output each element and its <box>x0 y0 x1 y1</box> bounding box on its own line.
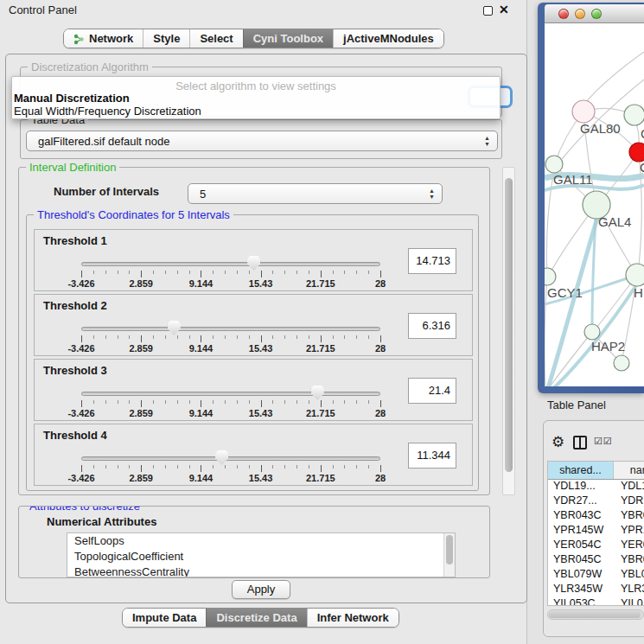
axis-label: 21.715 <box>306 278 335 289</box>
network-node-c[interactable] <box>629 143 644 162</box>
zoom-light[interactable] <box>591 9 602 19</box>
axis-label: -3.426 <box>67 408 94 418</box>
tick-mark <box>93 400 94 404</box>
network-canvas[interactable]: GAL80GALCGAL11GAL4GCY1HHAP2 <box>545 23 644 386</box>
algorithm-option-equal-width-frequency-discretization[interactable]: Equal Width/Frequency Discretization <box>14 105 201 118</box>
table-row[interactable]: YBL079WYBL0 <box>548 568 644 583</box>
network-node-gal11[interactable] <box>545 156 563 173</box>
threshold-slider[interactable]: -3.4262.8599.14415.4321.71528 <box>73 449 389 485</box>
table-horizontal-scrollbar[interactable] <box>547 609 644 620</box>
tick-mark <box>356 271 357 274</box>
threshold-value-field[interactable]: 21.4 <box>408 378 456 404</box>
threshold-slider[interactable]: -3.4262.8599.14415.4321.71528 <box>73 254 389 290</box>
table-rows: YDL19...YDL1YDR27...YDR2YBR043CYBR0YPR14… <box>548 480 644 606</box>
slider-track[interactable] <box>81 456 380 461</box>
attributes-list-scrollbar[interactable] <box>443 533 455 577</box>
mode-tab-infer-network[interactable]: Infer Network <box>307 609 399 627</box>
network-node[interactable] <box>614 355 629 371</box>
threshold-coordinates-label: Threshold's Coordinates for 5 Intervals <box>34 208 233 221</box>
panel-vertical-scrollbar[interactable] <box>502 167 515 495</box>
tick-mark <box>189 335 190 339</box>
split-view-icon[interactable] <box>573 436 587 450</box>
tab-cyni-toolbox[interactable]: Cyni Toolbox <box>243 29 333 48</box>
network-node-h[interactable] <box>626 264 644 286</box>
tick-mark <box>344 271 345 274</box>
table-row[interactable]: YIL053CYIL0 <box>548 597 644 606</box>
tick-mark <box>93 465 94 469</box>
column-header-shared[interactable]: shared... <box>548 462 614 479</box>
table-row[interactable]: YDL19...YDL1 <box>548 480 644 494</box>
tick-mark <box>165 335 166 339</box>
threshold-slider[interactable]: -3.4262.8599.14415.4321.71528 <box>73 384 389 420</box>
table-cell: YDL19... <box>548 480 614 494</box>
tick-mark <box>225 400 226 404</box>
network-node-hap2[interactable] <box>584 324 600 340</box>
table-cell: YBR043C <box>548 509 614 524</box>
threshold-value-field[interactable]: 14.713 <box>408 248 456 274</box>
table-row[interactable]: YLR345WYLR3 <box>548 583 644 597</box>
table-data-combobox[interactable]: galFiltered.sif default node ▲▼ <box>26 131 498 151</box>
node-attribute-table[interactable]: shared...name YDL19...YDL1YDR27...YDR2YB… <box>547 461 644 606</box>
attribute-item-betweennesscentrality[interactable]: BetweennessCentrality <box>67 564 455 577</box>
attribute-items: SelfLoopsTopologicalCoefficientBetweenne… <box>67 533 455 577</box>
scrollbar-thumb[interactable] <box>505 178 513 472</box>
table-row[interactable]: YBR045CYBR0 <box>548 553 644 568</box>
attribute-item-topologicalcoefficient[interactable]: TopologicalCoefficient <box>67 549 455 564</box>
tick-mark <box>213 400 214 404</box>
tab-jactivemnodules[interactable]: jActiveMNodules <box>333 29 443 48</box>
slider-thumb[interactable] <box>215 450 228 465</box>
scrollbar-thumb[interactable] <box>549 611 641 618</box>
table-row[interactable]: YBR043CYBR0 <box>548 509 644 524</box>
table-row[interactable]: YER054CYER0 <box>548 539 644 553</box>
table-panel-window: ⚙ ☑☑ shared...name YDL19...YDL1YDR27...Y… <box>543 420 644 637</box>
algorithm-option-manual-discretization[interactable]: Manual Discretization <box>14 92 130 105</box>
threshold-value-field[interactable]: 11.344 <box>408 443 456 469</box>
close-light[interactable] <box>558 9 569 19</box>
threshold-panel-3: Threshold 3-3.4262.8599.14415.4321.71528… <box>34 359 473 421</box>
number-of-intervals-combobox[interactable]: 5 ▲▼ <box>188 183 443 204</box>
checkbox-icons[interactable]: ☑☑ <box>594 436 613 447</box>
network-window-titlebar[interactable] <box>545 4 644 23</box>
network-edge[interactable] <box>586 52 644 102</box>
tab-select[interactable]: Select <box>189 29 242 48</box>
number-of-intervals-value: 5 <box>200 184 206 204</box>
number-of-intervals-label: Number of Intervals <box>54 185 159 198</box>
tab-style[interactable]: Style <box>143 29 189 48</box>
threshold-label: Threshold 4 <box>43 429 107 442</box>
tick-mark <box>368 400 369 404</box>
threshold-value-field[interactable]: 6.316 <box>408 313 456 339</box>
attribute-item-selfloops[interactable]: SelfLoops <box>67 533 455 549</box>
network-node-gcy1[interactable] <box>545 268 556 285</box>
tick-mark <box>321 400 322 407</box>
scrollbar-thumb[interactable] <box>446 535 453 564</box>
network-node-gal[interactable] <box>624 105 644 125</box>
mode-tab-impute-data[interactable]: Impute Data <box>123 609 206 627</box>
minimize-light[interactable] <box>575 9 585 19</box>
network-node-gal80[interactable] <box>572 100 595 123</box>
slider-track[interactable] <box>81 392 380 396</box>
slider-thumb[interactable] <box>311 386 324 400</box>
tick-mark <box>380 335 381 342</box>
slider-thumb[interactable] <box>168 321 181 335</box>
tab-network[interactable]: Network <box>64 29 143 48</box>
numerical-attributes-list[interactable]: SelfLoopsTopologicalCoefficientBetweenne… <box>67 532 456 577</box>
table-row[interactable]: YPR145WYPR1 <box>548 524 644 539</box>
mode-tab-discretize-data[interactable]: Discretize Data <box>206 609 306 627</box>
table-row[interactable]: YDR27...YDR2 <box>548 494 644 509</box>
slider-track[interactable] <box>81 327 380 331</box>
algorithm-hint-item: Select algorithm to view settings <box>12 80 500 92</box>
close-icon[interactable]: ✕ <box>499 3 509 16</box>
node-label: GAL <box>641 126 644 141</box>
tick-mark <box>321 271 322 277</box>
attributes-to-discretize-group: Attributes to discretize Numerical Attri… <box>18 506 490 578</box>
float-window-icon[interactable] <box>483 6 493 16</box>
slider-thumb[interactable] <box>247 256 260 271</box>
axis-label: 21.715 <box>306 343 335 354</box>
tick-mark <box>284 465 285 469</box>
column-header-name[interactable]: name <box>614 462 644 479</box>
gear-icon[interactable]: ⚙ <box>552 433 564 451</box>
table-cell: YLR3 <box>614 583 644 597</box>
apply-button[interactable]: Apply <box>232 580 290 599</box>
slider-track[interactable] <box>81 262 380 266</box>
threshold-slider[interactable]: -3.4262.8599.14415.4321.71528 <box>73 319 389 355</box>
